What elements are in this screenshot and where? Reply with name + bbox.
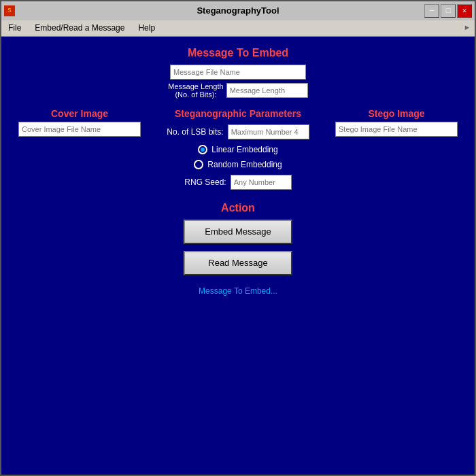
stego-image-label: Stego Image — [368, 108, 424, 119]
random-embedding-label: Random Embedding — [207, 160, 282, 169]
menu-file[interactable]: File — [4, 22, 25, 34]
menu-arrow: ► — [464, 24, 472, 32]
title-bar: S SteganographyTool ─ □ ✕ — [1, 1, 475, 20]
read-message-button[interactable]: Read Message — [184, 251, 292, 275]
lsb-label: No. of LSB bits: — [167, 127, 223, 137]
rng-label: RNG Seed: — [184, 177, 226, 187]
rng-row: RNG Seed: — [184, 175, 291, 190]
lsb-input[interactable] — [228, 124, 309, 139]
message-section-title: Message To Embed — [12, 47, 464, 59]
stego-params-col: Steganographic Parameters No. of LSB bit… — [148, 108, 328, 195]
stego-image-col: Stego Image — [328, 108, 464, 137]
linear-embedding-row[interactable]: Linear Embedding — [198, 145, 277, 154]
maximize-button[interactable]: □ — [441, 4, 456, 18]
window-frame: S SteganographyTool ─ □ ✕ File Embed/Rea… — [0, 0, 476, 476]
message-length-label: Message Length (No. of Bits): — [168, 82, 223, 99]
cover-image-label: Cover Image — [51, 108, 108, 119]
random-embedding-radio[interactable] — [194, 160, 203, 169]
menu-bar: File Embed/Read a Message Help ► — [1, 20, 475, 37]
cover-image-col: Cover Image — [12, 108, 148, 137]
message-file-row — [12, 65, 464, 80]
message-length-row: Message Length (No. of Bits): — [12, 82, 464, 99]
status-text: Message To Embed... — [199, 286, 277, 296]
message-file-input[interactable] — [170, 65, 306, 80]
lsb-row: No. of LSB bits: — [167, 124, 309, 139]
linear-embedding-radio[interactable] — [198, 145, 207, 154]
embed-message-button[interactable]: Embed Message — [184, 220, 292, 244]
cover-image-input[interactable] — [18, 122, 141, 137]
three-col-layout: Cover Image Steganographic Parameters No… — [12, 108, 464, 195]
message-length-input[interactable] — [226, 83, 308, 98]
menu-embed-read[interactable]: Embed/Read a Message — [31, 22, 129, 34]
app-icon: S — [4, 5, 15, 16]
minimize-button[interactable]: ─ — [424, 4, 439, 18]
rng-input[interactable] — [231, 175, 292, 190]
stego-image-input[interactable] — [335, 122, 458, 137]
menu-help[interactable]: Help — [134, 22, 159, 34]
message-section: Message To Embed Message Length (No. of … — [12, 47, 464, 101]
action-title: Action — [221, 202, 255, 214]
window-controls: ─ □ ✕ — [424, 4, 472, 18]
window-title: SteganographyTool — [197, 5, 279, 16]
close-button[interactable]: ✕ — [457, 4, 472, 18]
main-content: Message To Embed Message Length (No. of … — [1, 37, 475, 475]
linear-embedding-label: Linear Embedding — [211, 145, 277, 154]
stego-params-title: Steganographic Parameters — [175, 108, 301, 119]
action-section: Action Embed Message Read Message Messag… — [12, 202, 464, 296]
random-embedding-row[interactable]: Random Embedding — [194, 160, 282, 169]
